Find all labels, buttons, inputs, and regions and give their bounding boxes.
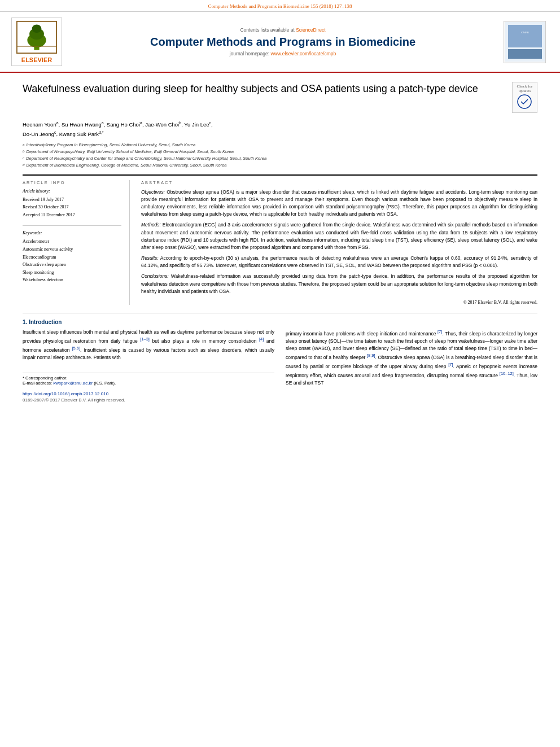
- doi-link[interactable]: https://doi.org/10.1016/j.cmpb.2017.12.0…: [23, 391, 108, 396]
- svg-text:CMPB: CMPB: [521, 31, 530, 34]
- right-logo-box: CMPB: [504, 21, 546, 63]
- svg-rect-7: [508, 25, 542, 47]
- doi-line: https://doi.org/10.1016/j.cmpb.2017.12.0…: [23, 391, 274, 396]
- info-divider: [23, 225, 121, 226]
- email-note: E-mail address: kwspark@snu.ac.kr (K.S. …: [23, 381, 274, 386]
- article-info-column: ARTICLE INFO Article history: Received 1…: [23, 180, 130, 305]
- conclusions-text: Wakefulness-related information was succ…: [141, 273, 537, 294]
- journal-cover-thumbnail: CMPB: [505, 22, 545, 62]
- homepage-line: journal homepage: www.elsevier.com/locat…: [69, 51, 497, 56]
- article-history: Article history: Received 19 July 2017 R…: [23, 189, 121, 219]
- author-6: Do-Un Jeongc: [23, 131, 56, 137]
- keyword-1: Accelerometer: [23, 238, 121, 246]
- ref-10-12[interactable]: [10–12]: [500, 371, 514, 376]
- accepted-date: Accepted 11 December 2017: [23, 211, 121, 219]
- journal-title-area: Contents lists available at ScienceDirec…: [69, 27, 497, 56]
- conclusions-label: Conclusions:: [141, 273, 169, 279]
- keyword-4: Obstructive sleep apnea: [23, 261, 121, 269]
- check-updates-badge: Check for updates: [512, 82, 537, 113]
- abstract-objectives: Objectives: Obstructive sleep apnea (OSA…: [141, 189, 537, 219]
- article-title: Wakefulness evaluation during sleep for …: [23, 82, 506, 95]
- sciencedirect-link[interactable]: ScienceDirect: [296, 27, 325, 33]
- keyword-3: Electrocardiogram: [23, 254, 121, 261]
- svg-rect-8: [508, 49, 542, 59]
- email-link[interactable]: kwspark@snu.ac.kr: [53, 381, 93, 386]
- affil-a: aInterdisciplinary Program in Bioenginee…: [23, 142, 537, 148]
- author-7: Kwang Suk Parkd,*: [59, 131, 104, 137]
- corresponding-star: * Corresponding author.: [23, 375, 274, 381]
- svg-point-10: [518, 95, 531, 108]
- ref-5-6[interactable]: [5,6]: [72, 346, 80, 351]
- check-updates-icon: [515, 93, 535, 110]
- results-text: According to epoch-by-epoch (30 s) analy…: [141, 255, 537, 268]
- received-date: Received 19 July 2017: [23, 196, 121, 204]
- revised-date: Revised 30 October 2017: [23, 203, 121, 211]
- abstract-results: Results: According to epoch-by-epoch (30…: [141, 255, 537, 269]
- keywords-label: Keywords:: [23, 230, 121, 235]
- journal-name: Computer Methods and Programs in Biomedi…: [69, 35, 497, 49]
- affil-c: cDepartment of Neuropsychiatry and Cente…: [23, 155, 537, 162]
- elsevier-logo-box: ELSEVIER: [11, 18, 62, 66]
- intro-right-col: primary insomnia have problems with slee…: [286, 329, 537, 403]
- ref-8-9[interactable]: [8,9]: [367, 353, 375, 358]
- authors-line: Heenam Yoona, Su Hwan Hwanga, Sang Ho Ch…: [23, 120, 537, 138]
- keyword-6: Wakefulness detection: [23, 276, 121, 284]
- keyword-5: Sleep monitoring: [23, 269, 121, 277]
- journal-header: ELSEVIER Contents lists available at Sci…: [0, 12, 560, 73]
- history-label: Article history:: [23, 189, 121, 194]
- abstract-methods: Methods: Electrocardiogram (ECG) and 3-a…: [141, 221, 537, 251]
- article-info-abstract: ARTICLE INFO Article history: Received 1…: [23, 174, 537, 305]
- author-3: Sang Ho Choia: [107, 121, 142, 128]
- elsevier-brand-text: ELSEVIER: [14, 56, 59, 63]
- methods-label: Methods:: [141, 222, 161, 228]
- affiliations: aInterdisciplinary Program in Bioenginee…: [23, 142, 537, 169]
- affil-b: bDepartment of Neuropsychiatry, Eulji Un…: [23, 148, 537, 155]
- corresponding-note: * Corresponding author. E-mail address: …: [23, 373, 274, 386]
- results-label: Results:: [141, 255, 159, 261]
- ref-1-3[interactable]: [1–3]: [140, 337, 150, 342]
- check-updates-label: Check for updates: [514, 84, 535, 93]
- ref-7b[interactable]: [7]: [448, 362, 453, 367]
- copyright-line: © 2017 Elsevier B.V. All rights reserved…: [141, 300, 537, 305]
- author-1: Heenam Yoona: [23, 121, 59, 128]
- elsevier-logo-container: ELSEVIER: [11, 18, 62, 66]
- author-2: Su Hwan Hwanga: [62, 121, 104, 128]
- intro-left-para1: Insufficient sleep influences both menta…: [23, 329, 274, 361]
- ref-7[interactable]: [7]: [438, 329, 442, 334]
- abstract-conclusions: Conclusions: Wakefulness-related informa…: [141, 273, 537, 295]
- intro-section-title: 1. Introduction: [23, 319, 537, 325]
- journal-citation-text: Computer Methods and Programs in Biomedi…: [208, 3, 352, 9]
- homepage-url[interactable]: www.elsevier.com/locate/cmpb: [271, 51, 336, 56]
- svg-point-3: [32, 24, 42, 33]
- intro-left-col: Insufficient sleep influences both menta…: [23, 329, 274, 403]
- ref-4[interactable]: [4]: [259, 337, 264, 342]
- right-journal-logo: CMPB: [504, 21, 549, 63]
- issn-line: 0169-2607/© 2017 Elsevier B.V. All right…: [23, 397, 274, 403]
- intro-two-col: Insufficient sleep influences both menta…: [23, 329, 537, 403]
- section-divider: [23, 313, 537, 313]
- affil-d: dDepartment of Biomedical Engineering, C…: [23, 162, 537, 169]
- keyword-2: Autonomic nervous activity: [23, 246, 121, 254]
- paper-content: Wakefulness evaluation during sleep for …: [0, 73, 560, 412]
- intro-right-para1: primary insomnia have problems with slee…: [286, 329, 537, 387]
- article-info-label: ARTICLE INFO: [23, 180, 121, 185]
- author-4: Jae-Won Choib: [145, 121, 181, 128]
- journal-citation-bar: Computer Methods and Programs in Biomedi…: [0, 0, 560, 12]
- elsevier-tree-icon: [14, 20, 59, 54]
- abstract-column: ABSTRACT Objectives: Obstructive sleep a…: [141, 180, 537, 305]
- article-title-section: Wakefulness evaluation during sleep for …: [23, 82, 537, 113]
- contents-line: Contents lists available at ScienceDirec…: [69, 27, 497, 33]
- abstract-label-heading: ABSTRACT: [141, 180, 537, 185]
- objectives-text: Obstructive sleep apnea (OSA) is a major…: [141, 189, 537, 217]
- methods-text: Electrocardiogram (ECG) and 3-axis accel…: [141, 222, 537, 250]
- author-5: Yu Jin Leec: [184, 121, 211, 128]
- objectives-label: Objectives:: [141, 189, 165, 195]
